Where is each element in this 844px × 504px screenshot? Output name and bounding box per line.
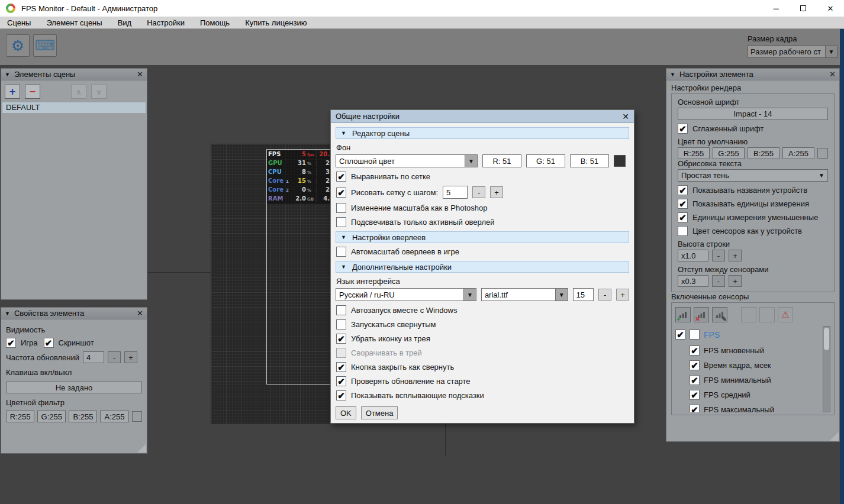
add-element-button[interactable]: + — [5, 85, 20, 99]
alpha-field[interactable]: A:255 — [100, 411, 128, 422]
green-field[interactable]: G:255 — [37, 411, 66, 422]
move-up-button[interactable]: ∧ — [71, 85, 86, 99]
close-as-minimize-checkbox[interactable]: ✔ — [336, 362, 346, 372]
font-size-decrement[interactable]: - — [598, 289, 611, 301]
color-swatch[interactable] — [817, 148, 828, 159]
color-swatch[interactable] — [132, 411, 142, 422]
green-field[interactable]: G:255 — [713, 147, 745, 159]
small-units-checkbox[interactable]: ✔ — [678, 212, 688, 222]
show-tooltips-checkbox[interactable]: ✔ — [336, 390, 346, 400]
font-size-increment[interactable]: + — [616, 289, 629, 301]
start-minimized-checkbox[interactable] — [336, 319, 346, 329]
scrollbar-thumb[interactable] — [824, 328, 829, 350]
font-size-field[interactable]: 15 — [573, 288, 594, 301]
dialog-titlebar[interactable]: Общие настройки ✕ — [331, 110, 634, 123]
update-rate-field[interactable]: 4 — [83, 351, 104, 363]
main-font-button[interactable]: Impact - 14 — [678, 108, 828, 120]
bg-green-field[interactable]: G: 51 — [526, 154, 565, 167]
collapse-icon[interactable]: ▼ — [670, 72, 675, 77]
background-color-swatch[interactable] — [614, 155, 626, 167]
row-height-increment[interactable]: + — [729, 250, 742, 261]
sensor-group-checkbox[interactable]: ✔ — [675, 329, 685, 340]
language-dropdown[interactable]: Русский / ru-RU ▼ — [336, 288, 476, 301]
section-overlay-settings[interactable]: ▼ Настройки оверлеев — [336, 231, 629, 243]
red-field[interactable]: R:255 — [678, 147, 710, 159]
hotkey-button[interactable]: Не задано — [6, 382, 142, 393]
show-device-names-checkbox[interactable]: ✔ — [678, 185, 688, 195]
alpha-field[interactable]: A:255 — [782, 147, 814, 159]
resize-grip[interactable] — [137, 444, 146, 453]
grid-step-decrement[interactable]: - — [472, 186, 485, 198]
sensor-checkbox[interactable]: ✔ — [690, 345, 700, 356]
close-button[interactable]: ✕ — [817, 0, 844, 17]
bg-blue-field[interactable]: B: 51 — [570, 154, 609, 167]
snap-to-grid-checkbox[interactable]: ✔ — [336, 172, 346, 182]
menu-buy-license[interactable]: Купить лицензию — [245, 18, 307, 27]
blue-field[interactable]: B:255 — [748, 147, 779, 159]
hide-tray-icon-checkbox[interactable]: ✔ — [336, 334, 346, 344]
menu-settings[interactable]: Настройки — [147, 18, 185, 27]
resize-grip[interactable] — [830, 432, 839, 441]
update-rate-decrement[interactable]: - — [108, 351, 121, 363]
photoshop-zoom-checkbox[interactable] — [336, 203, 346, 213]
update-rate-increment[interactable]: + — [124, 351, 137, 363]
text-outline-dropdown[interactable]: Простая тень ▼ — [678, 169, 828, 182]
sensor-device-colors-checkbox[interactable] — [678, 226, 688, 236]
game-checkbox[interactable]: ✔ — [6, 338, 16, 348]
sensor-checkbox[interactable]: ✔ — [690, 405, 700, 412]
grid-step-field[interactable]: 5 — [443, 186, 468, 199]
red-field[interactable]: R:255 — [6, 411, 34, 422]
autostart-windows-checkbox[interactable] — [336, 305, 346, 315]
sensor-gap-decrement[interactable]: - — [712, 275, 725, 287]
sensor-group-label[interactable]: FPS — [704, 330, 720, 340]
sensor-group-checkbox-2[interactable] — [690, 329, 700, 340]
section-scene-editor[interactable]: ▼ Редактор сцены — [336, 127, 629, 139]
highlight-active-overlay-checkbox[interactable] — [336, 217, 346, 227]
scene-element-item-default[interactable]: DEFAULT — [2, 102, 146, 113]
bg-red-field[interactable]: R: 51 — [482, 154, 521, 167]
close-icon[interactable]: ✕ — [137, 70, 143, 79]
cancel-button[interactable]: Отмена — [361, 406, 398, 419]
background-type-dropdown[interactable]: Сплошной цвет ▼ — [336, 154, 478, 167]
settings-button[interactable]: ⚙ — [6, 34, 30, 57]
minimize-button[interactable]: ─ — [762, 0, 790, 17]
close-icon[interactable]: ✕ — [137, 309, 143, 318]
sensor-checkbox[interactable]: ✔ — [690, 390, 700, 400]
sensor-checkbox[interactable]: ✔ — [690, 375, 700, 385]
menu-view[interactable]: Вид — [118, 18, 132, 27]
remove-element-button[interactable]: − — [25, 85, 40, 99]
add-sensor-button[interactable]: + — [675, 307, 691, 322]
section-additional-settings[interactable]: ▼ Дополнительные настройки — [336, 261, 629, 273]
sensor-gap-field[interactable]: x0.3 — [678, 275, 708, 287]
menu-scene-element[interactable]: Элемент сцены — [46, 18, 102, 27]
draw-grid-checkbox[interactable]: ✔ — [336, 188, 346, 198]
smooth-font-checkbox[interactable]: ✔ — [678, 124, 688, 134]
menu-help[interactable]: Помощь — [200, 18, 230, 27]
autoscale-overlays-checkbox[interactable] — [336, 247, 346, 257]
sensor-checkbox[interactable]: ✔ — [690, 360, 700, 370]
edit-sensor-button[interactable]: ✎ — [712, 307, 727, 322]
font-file-dropdown[interactable]: arial.ttf ▼ — [481, 288, 568, 301]
close-icon[interactable]: ✕ — [829, 70, 836, 79]
blue-field[interactable]: B:255 — [69, 411, 97, 422]
chevron-down-icon: ▼ — [465, 155, 477, 167]
sensors-scrollbar[interactable] — [823, 326, 830, 412]
sensor-alerts-button[interactable]: ⚠ — [778, 307, 793, 322]
row-height-field[interactable]: x1.0 — [678, 250, 708, 261]
maximize-button[interactable] — [790, 0, 817, 17]
collapse-icon[interactable]: ▼ — [5, 72, 10, 77]
show-units-checkbox[interactable]: ✔ — [678, 199, 688, 209]
row-height-decrement[interactable]: - — [712, 250, 725, 261]
hotkeys-button[interactable]: ⌨ — [33, 34, 57, 57]
menu-scenes[interactable]: Сцены — [7, 18, 31, 27]
ok-button[interactable]: OK — [336, 406, 356, 419]
move-down-button[interactable]: ∨ — [91, 85, 107, 99]
close-icon[interactable]: ✕ — [622, 112, 629, 121]
screenshot-checkbox[interactable]: ✔ — [44, 338, 54, 348]
collapse-icon[interactable]: ▼ — [5, 311, 10, 316]
check-updates-checkbox[interactable]: ✔ — [336, 376, 346, 386]
remove-sensor-button[interactable]: ✕ — [694, 307, 709, 322]
sensor-gap-increment[interactable]: + — [729, 275, 742, 287]
frame-size-dropdown[interactable]: Размер рабочего ст ▼ — [748, 46, 837, 58]
grid-step-increment[interactable]: + — [490, 186, 503, 198]
